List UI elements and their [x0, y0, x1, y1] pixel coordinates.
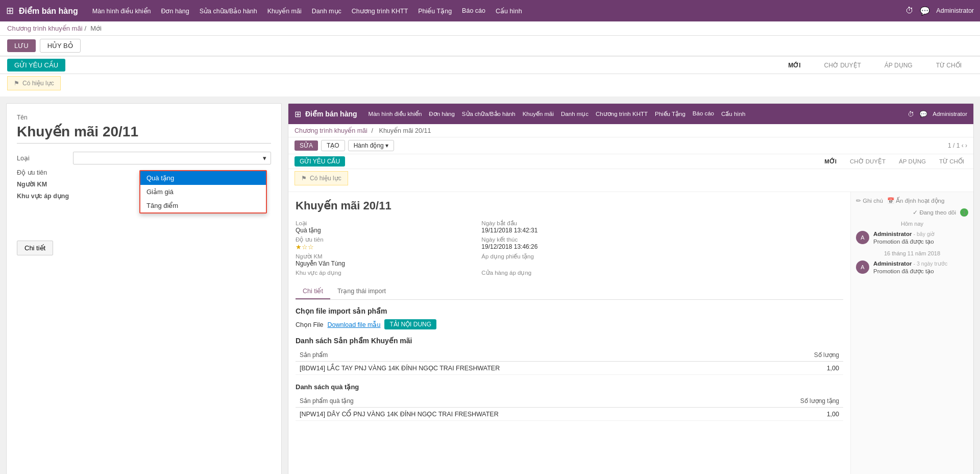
inner-chat-icon[interactable]: 💬 [919, 110, 927, 118]
inner-nav-catalog[interactable]: Danh mục [558, 109, 592, 119]
breadcrumb: Chương trình khuyến mãi / Mới [0, 21, 980, 36]
sidebar-follow-actions: ✓ Đang theo dõi 1 [856, 208, 968, 217]
inner-nav-repair[interactable]: Sửa chữa/Bảo hành [459, 109, 519, 119]
meta-coupon: Áp dụng phiếu tặng [481, 253, 657, 267]
inner-breadcrumb-current: Khuyến mãi 20/11 [379, 127, 431, 134]
meta-type: Loại Quà tặng [296, 220, 471, 234]
product-table-title: Danh sách Sản phẩm Khuyến mãi [296, 337, 843, 345]
meta-empty2 [668, 236, 843, 251]
avatar-initials-1: A [861, 234, 864, 241]
inner-nav-loyalty[interactable]: Chương trình KHTT [593, 109, 651, 119]
schedule-action[interactable]: 📅 Ấn định hoạt động [887, 197, 945, 204]
top-nav-right: ⏱ 💬 Administrator [905, 6, 974, 16]
detail-tab-button[interactable]: Chi tiết [17, 241, 53, 255]
type-label: Loại [17, 154, 73, 162]
pagination-prev[interactable]: ‹ [962, 142, 965, 149]
upload-button[interactable]: TẢI NỘI DUNG [384, 319, 436, 329]
nav-item-repair[interactable]: Sửa chữa/Bảo hành [195, 5, 261, 17]
inner-clock-icon[interactable]: ⏱ [908, 110, 914, 118]
inner-grid-icon[interactable]: ⊞ [295, 109, 301, 119]
clock-icon[interactable]: ⏱ [905, 6, 914, 15]
inner-breadcrumb-parent[interactable]: Chương trình khuyến mãi [295, 127, 368, 134]
inner-navbar: ⊞ Điểm bán hàng Màn hình điều khiển Đơn … [288, 104, 973, 124]
left-form-panel: Tên Khuyến mãi 20/11 Loại ▾ Độ ưu tiên N… [6, 103, 282, 474]
gift-table-section: Danh sách quà tặng Sản phẩm quà tặng Số … [296, 383, 843, 421]
send-request-bar: GỬI YÊU CẦU MỚI CHỜ DUYỆT ÁP DỤNG TỪ CHỐ… [0, 56, 980, 74]
inner-admin-user[interactable]: Administrator [933, 111, 967, 117]
gift-table-header: Sản phẩm quà tặng Số lượng tặng [296, 395, 843, 408]
inner-nav-orders[interactable]: Đơn hàng [426, 109, 457, 119]
chat-content-2: Administrator - 3 ngày trước Promotion đ… [873, 260, 968, 275]
meta-end-date: Ngày kết thúc 19/12/2018 13:46:26 [481, 236, 657, 251]
status-new[interactable]: MỚI [784, 60, 804, 71]
type-field[interactable]: ▾ [73, 152, 271, 164]
nav-item-loyalty[interactable]: Chương trình KHTT [348, 5, 412, 17]
avatar-initials-2: A [861, 264, 864, 270]
status-reject[interactable]: TỪ CHỐI [932, 60, 966, 71]
save-button[interactable]: LƯU [7, 39, 36, 52]
col-quantity-header: Số lượng [768, 349, 843, 362]
chat-author-2: Administrator [873, 260, 912, 267]
gift-table: Sản phẩm quà tặng Số lượng tặng [NPW14] … [296, 395, 843, 421]
inner-nav-promo[interactable]: Khuyến mãi [520, 109, 557, 119]
chat-text-2: Promotion đã được tạo [873, 268, 968, 275]
nav-item-report[interactable]: Báo cáo [458, 5, 489, 17]
inner-status-new[interactable]: MỚI [821, 157, 840, 166]
breadcrumb-parent[interactable]: Chương trình khuyến mãi [7, 25, 83, 32]
status-apply[interactable]: ÁP DỤNG [880, 60, 917, 71]
nav-item-dashboard[interactable]: Màn hình điều khiển [88, 5, 155, 17]
inner-action-left: SỬA TẠO Hành động ▾ [295, 140, 394, 151]
inner-send-request-button[interactable]: GỬI YÊU CẦU [295, 156, 345, 167]
inner-create-button[interactable]: TẠO [321, 140, 345, 151]
detail-tab-container: Chi tiết [17, 241, 271, 255]
main-content: Tên Khuyến mãi 20/11 Loại ▾ Độ ưu tiên N… [0, 97, 980, 474]
detail-main: Khuyến mãi 20/11 Loại Quà tặng Ngày bắt … [288, 192, 851, 474]
meta-empty3 [668, 253, 843, 267]
download-link[interactable]: Download file mẫu [328, 321, 381, 328]
inner-action-dropdown[interactable]: Hành động ▾ [348, 140, 394, 151]
inner-status-apply[interactable]: ÁP DỤNG [896, 157, 929, 166]
chat-avatar-1: A [856, 231, 869, 244]
nav-item-orders[interactable]: Đơn hàng [157, 5, 193, 17]
gift-table-row: [NPW14] DÂY CỔ PNJ VÀNG 14K ĐÍNH NGỌC TR… [296, 408, 843, 421]
inner-nav-voucher[interactable]: Phiếu Tặng [652, 109, 689, 119]
dropdown-option-gift[interactable]: Quà tặng [140, 171, 266, 185]
inner-nav-report[interactable]: Báo cáo [690, 109, 717, 119]
dropdown-option-points[interactable]: Tăng điểm [140, 199, 266, 212]
send-request-button[interactable]: GỬI YÊU CẦU [7, 59, 65, 72]
nav-item-catalog[interactable]: Danh mục [308, 5, 346, 17]
inner-breadcrumb: Chương trình khuyến mãi / Khuyến mãi 20/… [288, 124, 973, 137]
pagination-next[interactable]: › [965, 142, 967, 149]
dropdown-option-discount[interactable]: Giảm giá [140, 185, 266, 199]
inner-nav-config[interactable]: Cấu hình [718, 109, 748, 119]
meta-priority: Độ ưu tiên ★☆☆ [296, 236, 471, 251]
inner-nav-dashboard[interactable]: Màn hình điều khiển [365, 109, 425, 119]
inner-status-reject[interactable]: TỪ CHỐI [936, 157, 967, 166]
nav-item-config[interactable]: Cấu hình [492, 5, 526, 17]
inner-edit-button[interactable]: SỬA [295, 140, 318, 151]
cancel-button[interactable]: HỦY BỎ [40, 39, 81, 53]
status-pending[interactable]: CHỜ DUYỆT [820, 60, 865, 71]
chat-content-1: Administrator - bây giờ Promotion đã đượ… [873, 231, 968, 245]
inner-status-pending[interactable]: CHỜ DUYỆT [847, 157, 889, 166]
tab-detail[interactable]: Chi tiết [296, 283, 330, 299]
today-header: Hôm nay [856, 221, 968, 227]
admin-user[interactable]: Administrator [936, 7, 974, 14]
quantity-cell: 1,00 [768, 362, 843, 375]
meta-person: Người KM Nguyễn Văn Tùng [296, 253, 471, 267]
gift-product-cell: [NPW14] DÂY CỔ PNJ VÀNG 14K ĐÍNH NGỌC TR… [296, 408, 742, 421]
nav-item-promo[interactable]: Khuyến mãi [263, 5, 306, 17]
inner-nav-right: ⏱ 💬 Administrator [908, 110, 967, 118]
import-title: Chọn file import sản phẩm [296, 307, 843, 315]
nav-item-voucher[interactable]: Phiếu Tặng [414, 5, 456, 17]
no-content-bar: ⚑ Có hiệu lực [0, 74, 980, 97]
col-gift-quantity-header: Số lượng tặng [742, 395, 843, 408]
chat-icon[interactable]: 💬 [920, 6, 930, 16]
chat-avatar-2: A [856, 260, 869, 274]
note-action[interactable]: ✏ Ghi chú [856, 197, 883, 204]
inner-no-content-bar: ⚑ Có hiệu lực [288, 169, 973, 192]
choose-file-label: Chọn File [296, 321, 324, 328]
breadcrumb-separator: / [85, 25, 87, 32]
tab-import-status[interactable]: Trạng thái import [330, 283, 393, 299]
app-grid-icon[interactable]: ⊞ [6, 5, 14, 16]
